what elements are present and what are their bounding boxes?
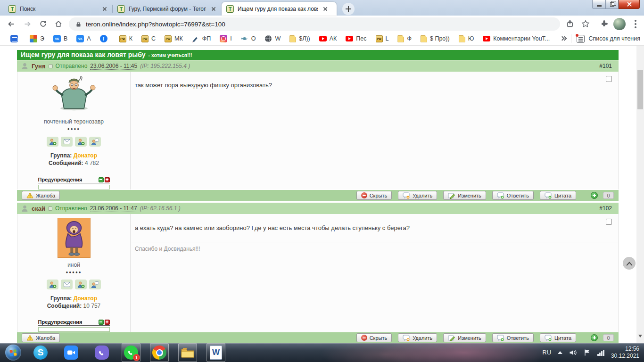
scrollbar-thumb[interactable]	[637, 70, 643, 109]
edit-button[interactable]: Изменить	[443, 191, 486, 200]
reading-list-button[interactable]: Список для чтения	[577, 35, 640, 43]
forward-button[interactable]	[21, 17, 34, 30]
reply-button[interactable]: Ответить	[492, 333, 534, 342]
bookmark-item[interactable]: $Л))	[289, 33, 311, 44]
start-button[interactable]	[4, 343, 23, 362]
tab-close-icon[interactable]	[322, 5, 329, 13]
show-hidden-icons[interactable]	[558, 351, 562, 354]
taskbar-explorer[interactable]	[178, 343, 197, 362]
rate-up-button[interactable]	[591, 192, 598, 199]
taskbar-zoom[interactable]	[62, 343, 81, 362]
post-author-link[interactable]: скай	[32, 205, 45, 212]
quote-button[interactable]: Цитата	[540, 191, 576, 200]
window-minimize-button[interactable]	[592, 0, 606, 9]
bookmark-item[interactable]: $ Про))	[420, 33, 451, 44]
bookmark-item[interactable]: РФМК	[164, 33, 184, 44]
send-message-button[interactable]	[89, 280, 101, 289]
bookmark-item[interactable]: VKА	[75, 33, 91, 44]
home-button[interactable]	[52, 17, 65, 30]
profile-avatar[interactable]	[613, 17, 626, 30]
three-dots-icon	[635, 23, 636, 25]
taskbar-clock[interactable]: 12:56 30.12.2021	[611, 346, 639, 360]
bookmark-item[interactable]: VKВ	[52, 33, 68, 44]
window-close-button[interactable]	[619, 0, 640, 9]
scrollbar[interactable]	[636, 46, 644, 343]
new-tab-button[interactable]	[342, 3, 355, 15]
bookmark-star-icon[interactable]	[579, 17, 592, 30]
action-center-flag-icon[interactable]	[584, 349, 591, 356]
taskbar-viber[interactable]	[92, 343, 111, 362]
taskbar-skype[interactable]: S	[31, 343, 50, 362]
bookmark-item[interactable]: О	[240, 33, 257, 44]
add-friend-button[interactable]	[47, 280, 58, 289]
hide-button[interactable]: Скрыть	[356, 333, 392, 342]
language-indicator[interactable]: RU	[542, 349, 551, 356]
post-header: скай Отправлено 23.06.2006 - 11:47 (IP: …	[17, 203, 619, 214]
whatsapp-icon: 1	[124, 346, 138, 360]
bookmark-item[interactable]: Комментарии YouT...	[482, 33, 551, 44]
bookmark-item[interactable]: Ф	[396, 33, 413, 44]
hide-button[interactable]: Скрыть	[356, 191, 392, 200]
reload-button[interactable]	[37, 17, 50, 30]
send-email-button[interactable]	[61, 280, 73, 289]
taskbar-whatsapp[interactable]: 1	[122, 343, 140, 362]
send-email-button[interactable]	[61, 137, 73, 147]
hide-icon	[361, 335, 367, 341]
report-button[interactable]: Жалоба	[22, 333, 60, 342]
share-icon[interactable]	[564, 17, 577, 30]
bookmark-item[interactable]: ФП	[191, 33, 212, 44]
bookmark-item[interactable]: РФС	[140, 33, 157, 44]
bookmark-item[interactable]: f	[99, 33, 111, 44]
scrollbar-down-arrow[interactable]	[638, 335, 642, 337]
tab-guru-forum[interactable]: Т Гуру, Пермский форум - Teron.o	[113, 2, 221, 16]
back-button[interactable]	[5, 17, 17, 30]
bookmark-item[interactable]: Э	[29, 33, 45, 44]
bookmark-item[interactable]: I	[219, 33, 232, 44]
menu-dots-icon[interactable]	[629, 17, 642, 30]
window-restore-button[interactable]	[606, 0, 619, 9]
add-friend-button[interactable]	[47, 137, 58, 147]
bookmarks-overflow-chevron[interactable]	[561, 35, 565, 42]
warn-decrease-button[interactable]	[99, 320, 104, 325]
bookmark-item[interactable]: W	[264, 33, 281, 44]
folder-icon	[181, 347, 195, 359]
rf-favicon: РФ	[165, 35, 172, 42]
taskbar-chrome[interactable]	[150, 343, 169, 362]
send-message-button[interactable]	[89, 137, 101, 147]
add-contact-button[interactable]	[75, 137, 87, 147]
tab-current-topic[interactable]: Т Ищем гуру для показа как ловя	[222, 2, 337, 16]
bookmark-item[interactable]: РФК	[118, 33, 133, 44]
scroll-to-top-button[interactable]	[623, 257, 636, 270]
rate-up-button[interactable]	[591, 334, 598, 341]
warn-increase-button[interactable]	[105, 320, 110, 325]
tab-close-icon[interactable]	[210, 5, 217, 13]
bookmark-item[interactable]	[9, 33, 22, 44]
member-rank: иной	[67, 262, 80, 268]
warn-decrease-button[interactable]	[99, 177, 104, 182]
profile-card-icon[interactable]	[48, 206, 52, 211]
add-contact-button[interactable]	[75, 280, 87, 289]
taskbar-word[interactable]: W	[206, 343, 225, 362]
warn-increase-button[interactable]	[105, 177, 110, 182]
delete-button[interactable]: Удалить	[398, 333, 437, 342]
reply-button[interactable]: Ответить	[492, 191, 534, 200]
profile-card-icon[interactable]	[49, 64, 53, 68]
bookmark-item[interactable]: АК	[318, 33, 338, 44]
extensions-puzzle-icon[interactable]	[598, 17, 611, 30]
report-button[interactable]: Жалоба	[22, 191, 60, 200]
post-author-link[interactable]: Гуня	[32, 63, 46, 70]
post-text: а ехать куда? на камгес или заоборино? Г…	[135, 224, 609, 231]
network-signal-icon[interactable]	[597, 349, 604, 356]
tab-close-icon[interactable]	[101, 5, 108, 13]
volume-icon[interactable]	[569, 349, 577, 356]
tab-search[interactable]: Т Поиск	[4, 2, 112, 16]
post-number-link[interactable]: #102	[599, 205, 612, 212]
address-bar[interactable]: teron.online/index.php?showtopic=76997&s…	[69, 17, 560, 31]
quote-button[interactable]: Цитата	[540, 333, 576, 342]
bookmark-item[interactable]: Ю	[458, 33, 475, 44]
bookmark-item[interactable]: Пес	[345, 33, 367, 44]
delete-button[interactable]: Удалить	[398, 191, 437, 200]
post-number-link[interactable]: #101	[599, 63, 612, 69]
bookmark-item[interactable]: РФL	[375, 33, 390, 44]
edit-button[interactable]: Изменить	[443, 333, 486, 342]
